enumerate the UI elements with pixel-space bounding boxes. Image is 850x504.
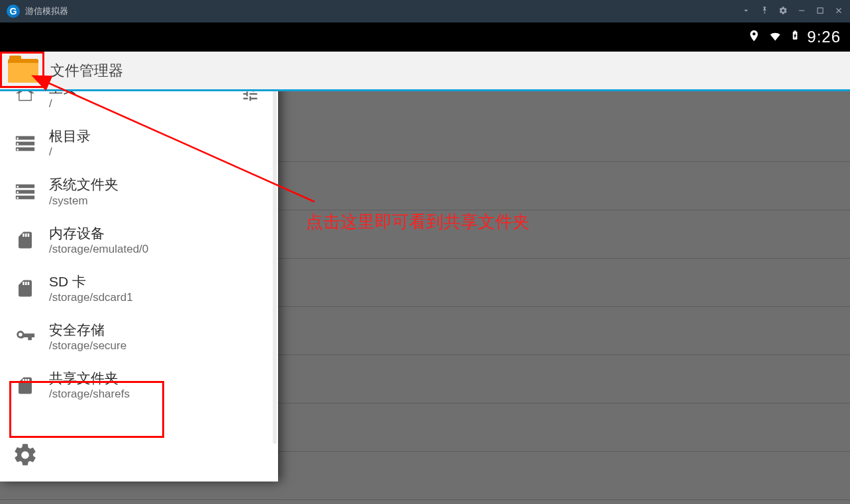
storage-icon [12, 179, 38, 205]
svg-rect-1 [818, 7, 823, 13]
app-header: 文件管理器 [0, 52, 850, 91]
location-icon [747, 28, 761, 46]
sd-card-icon [12, 275, 38, 302]
app-title: 文件管理器 [50, 61, 123, 81]
sidebar-item-system[interactable]: 系统文件夹 /system [0, 167, 278, 216]
storage-icon [12, 130, 38, 157]
nav-item-title: 根目录 [49, 128, 91, 144]
nav-item-path: /storage/sdcard1 [49, 291, 133, 304]
drawer-list: 主页 / 根目录 / 系统文件夹 /system [0, 71, 278, 431]
sidebar-item-root[interactable]: 根目录 / [0, 119, 278, 167]
nav-item-path: /storage/sharefs [49, 388, 130, 401]
app-folder-icon[interactable] [7, 56, 40, 85]
maximize-icon[interactable] [816, 6, 825, 17]
sd-card-icon [12, 372, 38, 399]
sidebar-item-internal[interactable]: 内存设备 /storage/emulated/0 [0, 216, 278, 265]
android-status-bar: 9:26 [0, 22, 850, 52]
sidebar-item-secure[interactable]: 安全存储 /storage/secure [0, 313, 278, 361]
close-icon[interactable] [834, 6, 843, 17]
nav-item-path: /storage/emulated/0 [49, 243, 148, 256]
key-icon [12, 324, 38, 351]
nav-item-path: /storage/secure [49, 339, 126, 353]
nav-item-path: / [49, 97, 77, 110]
sidebar-item-sdcard[interactable]: SD 卡 /storage/sdcard1 [0, 265, 278, 313]
nav-item-title: 内存设备 [49, 225, 148, 241]
dropdown-icon[interactable] [741, 6, 751, 17]
minimize-icon[interactable] [797, 6, 806, 17]
emulator-window-controls [741, 6, 843, 17]
sd-card-icon [12, 227, 38, 253]
drawer-footer [0, 431, 278, 482]
nav-item-title: 共享文件夹 [49, 370, 130, 386]
svg-rect-0 [799, 10, 804, 11]
settings-gear-icon[interactable] [12, 442, 38, 471]
emulator-logo-icon: G [7, 5, 20, 18]
battery-icon [790, 27, 800, 47]
pin-icon[interactable] [760, 6, 769, 17]
nav-item-path: / [49, 146, 91, 159]
nav-item-title: SD 卡 [49, 273, 133, 290]
nav-item-title: 系统文件夹 [49, 176, 118, 192]
nav-item-title: 安全存储 [49, 321, 126, 338]
emulator-titlebar: G 游信模拟器 [0, 0, 850, 22]
navigation-drawer: 主页 / 根目录 / 系统文件夹 /system [0, 71, 278, 482]
gear-icon[interactable] [779, 6, 788, 17]
wifi-icon [767, 28, 783, 46]
sidebar-item-sharefs[interactable]: 共享文件夹 /storage/sharefs [0, 361, 278, 409]
status-time: 9:26 [807, 28, 841, 46]
nav-item-path: /system [49, 194, 118, 208]
emulator-title: 游信模拟器 [25, 5, 68, 17]
